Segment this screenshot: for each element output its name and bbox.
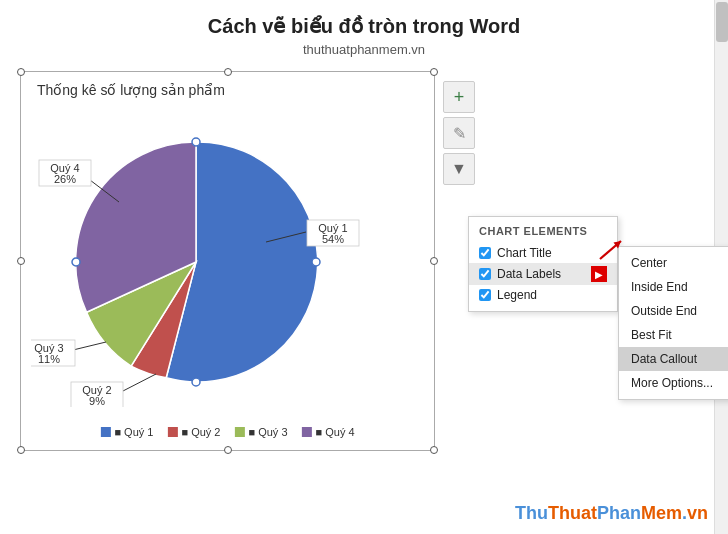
chart-filter-button[interactable]: ▼ — [443, 153, 475, 185]
legend-item-quy3: ■ Quý 3 — [235, 426, 288, 438]
handle-ml[interactable] — [17, 257, 25, 265]
data-labels-label: Data Labels — [497, 267, 585, 281]
handle-br[interactable] — [430, 446, 438, 454]
add-chart-element-button[interactable]: + — [443, 81, 475, 113]
chart-style-button[interactable]: ✎ — [443, 117, 475, 149]
watermark: ThuThuatPhanMem.vn — [515, 503, 708, 524]
watermark-phan: Phan — [597, 503, 641, 523]
pie-chart-area: Quý 1 54% Quý 2 9% Quý 3 11% Quý 4 26% — [31, 112, 411, 412]
legend-item-quy2: ■ Quý 2 — [167, 426, 220, 438]
handle-mr[interactable] — [430, 257, 438, 265]
legend-color-quy1 — [100, 427, 110, 437]
chart-title-label: Chart Title — [497, 246, 607, 260]
handle-bl[interactable] — [17, 446, 25, 454]
watermark-mem: Mem — [641, 503, 682, 523]
legend-item-quy1: ■ Quý 1 — [100, 426, 153, 438]
legend-color-quy2 — [167, 427, 177, 437]
scrollbar-thumb[interactable] — [716, 2, 728, 42]
pie-handle-bottom — [192, 378, 200, 386]
legend-label: Legend — [497, 288, 607, 302]
red-arrow-annotation — [594, 238, 624, 268]
chart-title: Thống kê số lượng sản phẩm — [37, 82, 225, 98]
watermark-thuat: Thuat — [548, 503, 597, 523]
pie-handle-left — [72, 258, 80, 266]
callout-percent-quy3: 11% — [38, 353, 60, 365]
watermark-thu: Thu — [515, 503, 548, 523]
submenu-outside-end[interactable]: Outside End — [619, 299, 728, 323]
chart-title-checkbox[interactable] — [479, 247, 491, 259]
callout-percent-quy1: 54% — [322, 233, 344, 245]
callout-percent-quy2: 9% — [89, 395, 105, 407]
page-subtitle: thuthuatphanmem.vn — [0, 42, 728, 57]
callout-line-quy2 — [121, 374, 156, 392]
pie-handle-top — [192, 138, 200, 146]
submenu-data-callout[interactable]: Data Callout — [619, 347, 728, 371]
legend-color-quy3 — [235, 427, 245, 437]
pie-chart-svg: Quý 1 54% Quý 2 9% Quý 3 11% Quý 4 26% — [31, 112, 411, 407]
submenu-more-options[interactable]: More Options... — [619, 371, 728, 395]
data-labels-checkbox[interactable] — [479, 268, 491, 280]
page-title: Cách vẽ biểu đồ tròn trong Word — [0, 14, 728, 38]
submenu-center[interactable]: Center — [619, 251, 728, 275]
legend-label-quy4: ■ Quý 4 — [316, 426, 355, 438]
pie-handle-right — [312, 258, 320, 266]
submenu-inside-end[interactable]: Inside End — [619, 275, 728, 299]
callout-line-quy3 — [73, 342, 106, 350]
callout-percent-quy4: 26% — [54, 173, 76, 185]
handle-bc[interactable] — [224, 446, 232, 454]
legend-checkbox[interactable] — [479, 289, 491, 301]
legend-color-quy4 — [302, 427, 312, 437]
legend-label-quy1: ■ Quý 1 — [114, 426, 153, 438]
watermark-vn: vn — [687, 503, 708, 523]
submenu-best-fit[interactable]: Best Fit — [619, 323, 728, 347]
data-labels-arrow-button[interactable]: ▶ — [591, 266, 607, 282]
handle-tl[interactable] — [17, 68, 25, 76]
legend-item-quy4: ■ Quý 4 — [302, 426, 355, 438]
handle-tr[interactable] — [430, 68, 438, 76]
chart-container: Thống kê số lượng sản phẩm — [20, 71, 435, 451]
legend-label-quy2: ■ Quý 2 — [181, 426, 220, 438]
handle-tc[interactable] — [224, 68, 232, 76]
chart-legend: ■ Quý 1 ■ Quý 2 ■ Quý 3 ■ Quý 4 — [100, 426, 354, 438]
panel-item-legend[interactable]: Legend — [469, 285, 617, 305]
legend-label-quy3: ■ Quý 3 — [249, 426, 288, 438]
submenu-panel: Center Inside End Outside End Best Fit D… — [618, 246, 728, 400]
